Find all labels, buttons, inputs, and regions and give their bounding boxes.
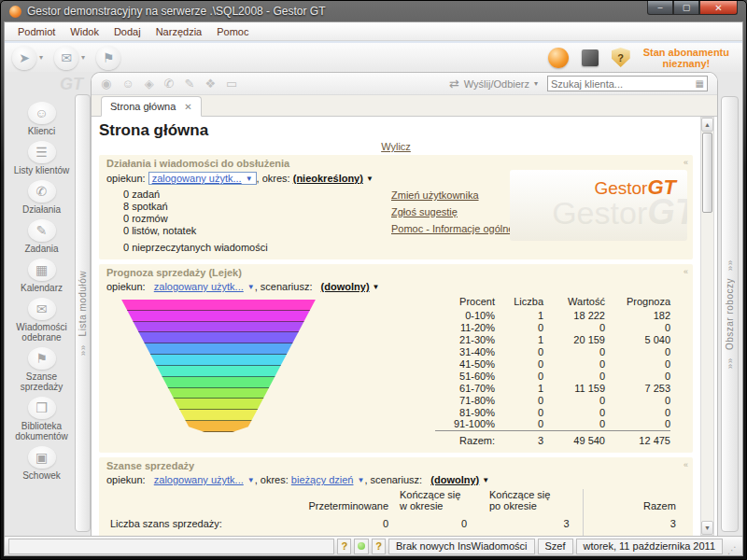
menubar: Podmiot Widok Dodaj Narzędzia Pomoc xyxy=(5,22,742,41)
resize-grip-icon[interactable]: ⋰ xyxy=(726,545,739,555)
search-input[interactable] xyxy=(551,78,696,90)
stat-listy: 0 listów, notatek xyxy=(123,225,391,237)
scrollbar-track[interactable] xyxy=(701,214,713,521)
new-item-button[interactable]: ➤ xyxy=(12,46,36,70)
subscription-line1: Stan abonamentu xyxy=(643,47,729,58)
table-row: 0-10%118 222182 xyxy=(435,309,670,321)
section-collapse-icon[interactable]: « xyxy=(684,267,688,276)
scroll-up-button[interactable]: ▲ xyxy=(701,118,713,132)
flag-button[interactable]: ⚑ xyxy=(96,46,120,70)
sidebar-item-label: Działania xyxy=(8,204,75,215)
funnel-table: Procent Liczba Wartość Prognoza 0-10%118… xyxy=(435,296,670,447)
table-row: 21-30%120 1595 040 xyxy=(435,333,670,345)
menu-widok[interactable]: Widok xyxy=(63,26,106,37)
phone-action-icon[interactable]: ✆ xyxy=(164,77,175,91)
obszar-roboczy-strip[interactable]: »» Obszar roboczy »» xyxy=(721,96,739,532)
opiekun-dropdown[interactable]: zalogowany użytk...▼ xyxy=(148,172,257,185)
maximize-button[interactable]: ▢ xyxy=(673,1,699,15)
section-activities: Działania i wiadomości do obsłużenia « o… xyxy=(99,155,693,259)
scroll-down-button[interactable]: ▼ xyxy=(701,521,713,535)
main-region: GT ☺ Klienci ☰ Listy klientów ✆ xyxy=(5,72,742,536)
scrollbar-thumb[interactable] xyxy=(702,133,712,213)
person-icon[interactable]: ☺ xyxy=(121,77,134,91)
status-help-segment2: ? xyxy=(372,539,386,554)
stat-rozmowy: 0 rozmów xyxy=(123,213,391,225)
question-icon: ? xyxy=(341,540,347,552)
wylicz-link[interactable]: Wylicz xyxy=(381,141,411,152)
opiekun-dropdown[interactable]: zalogowany użytk... xyxy=(154,474,244,485)
scenariusz-label: , scenariusz: xyxy=(364,474,422,485)
clipboard-icon: ▣ xyxy=(28,446,56,469)
obszar-roboczy-label: Obszar roboczy xyxy=(725,278,735,350)
globe-icon[interactable] xyxy=(548,48,569,68)
tab-strona-glowna[interactable]: Strona główna ✕ xyxy=(101,96,202,117)
tasks-icon: ✎ xyxy=(28,219,56,242)
sidebar-item-szanse[interactable]: ⚑ Szanse sprzedaży xyxy=(8,347,75,392)
col-wartosc: Wartość xyxy=(543,296,605,309)
cube-icon[interactable] xyxy=(582,49,599,66)
funnel-table-header: Procent Liczba Wartość Prognoza xyxy=(435,296,670,309)
funnel-filters: opiekun: zalogowany użytk... ▼ , scenari… xyxy=(106,281,685,292)
col-przeterminowane: Przeterminowane xyxy=(286,489,390,514)
scroll-down-icon: ▼ xyxy=(704,525,711,531)
menu-dodaj[interactable]: Dodaj xyxy=(106,26,148,37)
sidebar-item-zadania[interactable]: ✎ Zadania xyxy=(8,219,75,254)
stat-zadania: 0 zadań xyxy=(123,189,391,201)
send-receive-button[interactable]: ⇄ Wyślij/Odbierz ▾ xyxy=(449,77,547,91)
client-search-box: ▦ xyxy=(547,76,708,91)
group-icon[interactable]: ❖ xyxy=(204,77,216,91)
status-connection-segment xyxy=(354,539,369,554)
vertical-scrollbar[interactable]: ▲ ▼ xyxy=(700,117,714,536)
statusbar: ? ? Brak nowych InsWiadomości Szef wtore… xyxy=(5,536,742,555)
tab-close-icon[interactable]: ✕ xyxy=(184,102,191,112)
eraser-icon[interactable]: ▭ xyxy=(226,77,237,91)
dropdown-icon: ▼ xyxy=(247,283,255,291)
new-item-icon: ➤ xyxy=(19,50,30,65)
sidebar-item-listy-klientow[interactable]: ☰ Listy klientów xyxy=(8,141,75,175)
sidebar-item-schowek[interactable]: ▣ Schowek xyxy=(8,446,75,481)
search-grid-icon[interactable]: ▦ xyxy=(696,78,704,89)
new-message-button[interactable]: ✉ xyxy=(54,46,78,70)
okres-dropdown[interactable]: (nieokreślony) xyxy=(293,173,363,184)
col-razem: Razem xyxy=(583,489,680,514)
close-button[interactable]: ✕ xyxy=(699,1,738,15)
sidebar-item-klienci[interactable]: ☺ Klienci xyxy=(8,102,75,136)
section-collapse-icon[interactable]: « xyxy=(684,460,688,469)
sidebar-item-wiadomosci[interactable]: ✉ Wiadomości odebrane xyxy=(8,298,75,343)
menu-narzedzia[interactable]: Narzędzia xyxy=(148,26,210,37)
table-row: 31-40%000 xyxy=(435,345,670,357)
titlebar[interactable]: Gestor demonstracyjny na serwerze .\SQL2… xyxy=(4,1,743,21)
lista-modulow-strip[interactable]: Lista modułów »» xyxy=(75,94,91,532)
section-collapse-icon[interactable]: « xyxy=(684,158,688,167)
main-toolbar: ➤ ▾ ✉ ▾ ⚑ ? Stan abonamentu nieznany! xyxy=(5,41,742,72)
minimize-button[interactable]: – xyxy=(647,1,673,15)
sidebar-item-biblioteka[interactable]: ❒ Biblioteka dokumentów xyxy=(8,397,75,441)
sidebar-item-dzialania[interactable]: ✆ Działania xyxy=(8,180,75,215)
okres-dropdown[interactable]: bieżący dzień xyxy=(291,474,354,485)
table-row: 51-60%000 xyxy=(435,370,670,382)
app-body: Podmiot Widok Dodaj Narzędzia Pomoc ➤ ▾ … xyxy=(4,21,743,556)
tab-label: Strona główna xyxy=(110,101,176,112)
gestor-logo: GestorGT xyxy=(594,175,676,200)
menu-podmiot[interactable]: Podmiot xyxy=(10,26,63,37)
stamp-icon[interactable]: ◉ xyxy=(101,77,111,91)
status-user: Szef xyxy=(538,539,573,554)
edit-task-icon[interactable]: ✎ xyxy=(185,77,195,91)
person-action-icon[interactable]: ◈ xyxy=(145,77,154,91)
scenariusz-dropdown[interactable]: (dowolny) xyxy=(430,474,479,485)
shield-question-icon[interactable]: ? xyxy=(612,48,630,67)
funnel-total-row: Razem:349 54012 475 xyxy=(435,430,670,447)
scenariusz-dropdown[interactable]: (dowolny) xyxy=(321,281,370,292)
menu-pomoc[interactable]: Pomoc xyxy=(209,26,256,37)
shield-question-glyph: ? xyxy=(617,52,624,63)
sidebar-item-kalendarz[interactable]: ▦ Kalendarz xyxy=(8,259,75,293)
opiekun-dropdown[interactable]: zalogowany użytk... xyxy=(154,281,244,292)
okres-label: , okres: xyxy=(255,474,289,485)
new-message-caret-icon[interactable]: ▾ xyxy=(81,53,85,62)
sidebar-item-label: Zadania xyxy=(8,244,75,254)
maximize-icon: ▢ xyxy=(683,3,691,12)
new-item-caret-icon[interactable]: ▾ xyxy=(39,53,43,62)
status-help-segment: ? xyxy=(337,539,351,554)
section-funnel-header: Prognoza sprzedaży (Lejek) xyxy=(106,267,685,278)
table-row: 91-100%000 xyxy=(435,418,670,430)
